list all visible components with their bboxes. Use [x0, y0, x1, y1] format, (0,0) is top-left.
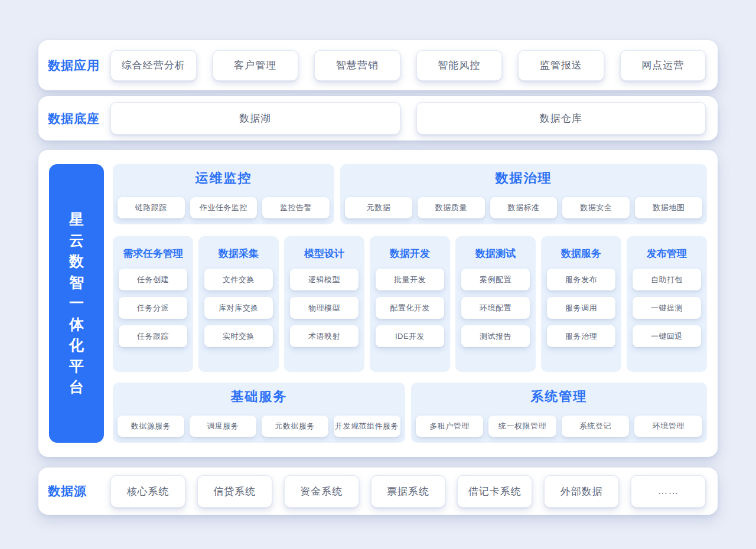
section-items: 案例配置环境配置测试报告	[461, 269, 530, 347]
section-items: 批量开发配置化开发IDE开发	[376, 269, 444, 347]
section-items: 服务发布服务调用服务治理	[547, 269, 615, 347]
data-apps-row: 数据应用 综合经营分析客户管理智慧营销智能风控监管报送网点运营	[38, 40, 718, 90]
data-sources-label: 数据源	[48, 483, 110, 499]
data-source-box: ……	[631, 475, 706, 508]
feature-chip: 调度服务	[190, 416, 256, 437]
feature-chip: 库对库交换	[204, 297, 273, 319]
section-items: 任务创建任务分派任务跟踪	[119, 269, 187, 347]
feature-chip: 自助打包	[633, 269, 701, 290]
data-base-label: 数据底座	[48, 110, 110, 127]
feature-chip: 统一权限管理	[488, 416, 556, 437]
feature-chip: 监控告警	[262, 197, 330, 218]
data-app-box: 智能风控	[416, 50, 503, 81]
feature-chip: IDE开发	[376, 325, 444, 347]
feature-chip: 文件交换	[204, 269, 273, 290]
data-source-box: 核心系统	[110, 475, 185, 508]
section-panel: 数据治理元数据数据质量数据标准数据安全数据地图	[340, 164, 707, 224]
platform-title-char: 平	[69, 358, 84, 375]
section-title: 数据采集	[204, 247, 273, 260]
feature-chip: 开发规范组件服务	[334, 416, 400, 437]
section-panel: 系统管理多租户管理统一权限管理系统登记环境管理	[411, 383, 707, 443]
feature-chip: 系统登记	[562, 416, 630, 437]
feature-chip: 服务治理	[547, 325, 615, 347]
feature-chip: 物理模型	[290, 297, 359, 319]
feature-chip: 术语映射	[290, 325, 359, 347]
data-sources-items: 核心系统信贷系统资金系统票据系统借记卡系统外部数据……	[110, 475, 706, 508]
section-title: 运维监控	[118, 169, 330, 187]
feature-chip: 任务分派	[119, 297, 187, 319]
data-base-items: 数据湖数据仓库	[110, 102, 706, 135]
feature-chip: 服务调用	[547, 297, 615, 319]
platform-title-char: 化	[69, 337, 84, 354]
feature-chip: 数据安全	[562, 197, 630, 218]
section-panel: 数据测试案例配置环境配置测试报告	[455, 236, 536, 372]
platform-columns: 需求任务管理任务创建任务分派任务跟踪数据采集文件交换库对库交换实时交换模型设计逻…	[113, 236, 707, 372]
section-items: 多租户管理统一权限管理系统登记环境管理	[416, 416, 702, 437]
feature-chip: 一键提测	[633, 297, 701, 319]
section-title: 数据开发	[376, 247, 444, 260]
data-source-box: 信贷系统	[197, 475, 272, 508]
feature-chip: 多租户管理	[416, 416, 484, 437]
section-title: 数据服务	[547, 247, 615, 260]
feature-chip: 元数据	[345, 197, 412, 218]
feature-chip: 任务跟踪	[119, 325, 187, 347]
section-items: 数据源服务调度服务元数据服务开发规范组件服务	[118, 416, 400, 437]
platform-title-char: 台	[69, 379, 84, 396]
feature-chip: 测试报告	[461, 325, 530, 347]
data-source-box: 票据系统	[371, 475, 446, 508]
data-app-box: 综合经营分析	[110, 50, 197, 81]
platform-top-sections: 运维监控链路跟踪作业任务监控监控告警数据治理元数据数据质量数据标准数据安全数据地…	[113, 164, 707, 224]
section-title: 数据测试	[461, 247, 530, 260]
feature-chip: 一键回退	[633, 325, 701, 347]
section-panel: 数据服务服务发布服务调用服务治理	[541, 236, 621, 372]
platform-bottom-sections: 基础服务数据源服务调度服务元数据服务开发规范组件服务系统管理多租户管理统一权限管…	[113, 383, 707, 443]
section-title: 数据治理	[345, 169, 702, 187]
feature-chip: 实时交换	[204, 325, 273, 347]
section-title: 基础服务	[118, 388, 400, 406]
feature-chip: 作业任务监控	[190, 197, 258, 218]
feature-chip: 任务创建	[119, 269, 187, 290]
feature-chip: 数据标准	[490, 197, 558, 218]
data-app-box: 监管报送	[518, 50, 604, 81]
section-items: 链路跟踪作业任务监控监控告警	[118, 197, 330, 218]
feature-chip: 环境配置	[461, 297, 530, 319]
data-app-box: 网点运营	[620, 50, 706, 81]
feature-chip: 数据地图	[635, 197, 702, 218]
feature-chip: 配置化开发	[376, 297, 444, 319]
platform-title-char: 一	[69, 295, 84, 312]
section-items: 逻辑模型物理模型术语映射	[290, 269, 359, 347]
feature-chip: 案例配置	[461, 269, 530, 290]
section-panel: 模型设计逻辑模型物理模型术语映射	[284, 236, 364, 372]
data-apps-label: 数据应用	[48, 57, 110, 74]
feature-chip: 环境管理	[634, 416, 702, 437]
section-title: 发布管理	[633, 247, 701, 260]
platform-title-char: 数	[69, 253, 84, 270]
section-panel: 发布管理自助打包一键提测一键回退	[627, 236, 707, 372]
data-apps-items: 综合经营分析客户管理智慧营销智能风控监管报送网点运营	[110, 50, 706, 81]
feature-chip: 数据源服务	[118, 416, 184, 437]
feature-chip: 数据质量	[418, 197, 485, 218]
data-app-box: 客户管理	[213, 50, 299, 81]
platform-card: 星云数智一体化平台 运维监控链路跟踪作业任务监控监控告警数据治理元数据数据质量数…	[38, 150, 718, 457]
data-base-box: 数据湖	[110, 102, 400, 135]
section-panel: 运维监控链路跟踪作业任务监控监控告警	[113, 164, 334, 224]
feature-chip: 服务发布	[547, 269, 615, 290]
data-sources-row: 数据源 核心系统信贷系统资金系统票据系统借记卡系统外部数据……	[38, 468, 718, 515]
feature-chip: 逻辑模型	[290, 269, 359, 290]
section-title: 需求任务管理	[119, 247, 187, 260]
feature-chip: 链路跟踪	[118, 197, 185, 218]
platform-title-char: 体	[69, 316, 84, 333]
platform-title-char: 智	[69, 274, 84, 291]
section-title: 模型设计	[290, 247, 359, 260]
section-panel: 需求任务管理任务创建任务分派任务跟踪	[113, 236, 193, 372]
section-title: 系统管理	[416, 388, 702, 406]
section-items: 元数据数据质量数据标准数据安全数据地图	[345, 197, 702, 218]
data-source-box: 外部数据	[544, 475, 619, 508]
data-source-box: 借记卡系统	[457, 475, 532, 508]
section-panel: 数据采集文件交换库对库交换实时交换	[198, 236, 279, 372]
platform-content: 运维监控链路跟踪作业任务监控监控告警数据治理元数据数据质量数据标准数据安全数据地…	[113, 164, 707, 443]
architecture-diagram: 数据应用 综合经营分析客户管理智慧营销智能风控监管报送网点运营 数据底座 数据湖…	[0, 0, 756, 549]
feature-chip: 批量开发	[376, 269, 444, 290]
data-source-box: 资金系统	[284, 475, 359, 508]
feature-chip: 元数据服务	[262, 416, 328, 437]
